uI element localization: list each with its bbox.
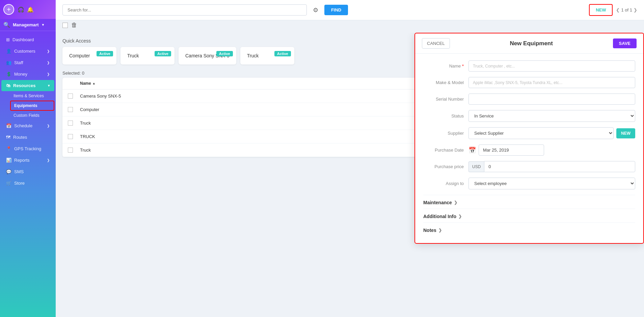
maintenance-label: Maintenance [423,200,452,205]
prev-page-arrow[interactable]: ❮ [616,7,620,12]
sidebar-item-label: Schedule [14,123,32,128]
dashboard-icon: ⊞ [6,37,10,42]
sidebar-item-label: Dashboard [12,37,34,42]
make-model-row: Make & Model [423,77,635,88]
sidebar-item-equipments[interactable]: Equipments [10,101,54,111]
panel-header: CANCEL New Equipment SAVE [415,33,643,54]
qa-badge-2: Active [216,51,233,56]
cancel-button[interactable]: CANCEL [422,38,450,49]
sidebar-item-schedule[interactable]: 📅 Schedule ❯ [1,120,54,131]
price-input[interactable] [484,161,635,172]
calendar-icon[interactable]: 📅 [468,147,476,154]
custom-fields-label: Custom Fields [14,113,39,118]
filter-button[interactable]: ⚙ [310,5,321,15]
delete-icon[interactable]: 🗑 [71,22,77,29]
items-services-label: Items & Services [14,94,44,98]
make-model-label: Make & Model [423,80,464,85]
additional-info-section[interactable]: Additional Info ❯ [423,209,635,222]
qa-badge-3: Active [274,51,291,56]
qa-card-1[interactable]: Truck Active [120,47,175,64]
content-area: Quick Access Computer Active Truck Activ… [56,33,644,317]
toolbar: ⚙ FIND NEW ❮ 1 of 1 ❯ [56,0,644,20]
panel-body: Name * Make & Model Serial Number [415,54,643,243]
sidebar-item-label: Resources [13,83,35,88]
notes-label: Notes [423,228,436,233]
supplier-new-button[interactable]: NEW [616,128,635,138]
resources-icon: 🛍 [6,83,10,88]
serial-number-input[interactable] [468,94,635,105]
purchase-date-row: Purchase Date 📅 [423,144,635,156]
qa-card-2[interactable]: Camera Sony SNX-5 Active [179,47,236,64]
sidebar-item-label: Store [14,181,25,186]
purchase-price-row: Purchase price USD [423,161,635,172]
staff-icon: 👥 [6,60,11,65]
qa-badge-0: Active [97,51,113,56]
purchase-date-input[interactable] [479,144,544,156]
sidebar-item-staff[interactable]: 👥 Staff ❯ [1,57,54,68]
sidebar-item-money[interactable]: 💲 Money ❯ [1,69,54,80]
supplier-label: Supplier [423,131,464,136]
sidebar-item-label: Routes [13,135,27,140]
row-checkbox-2[interactable] [68,121,73,126]
chevron-right-icon: ❯ [47,61,50,64]
supplier-row: Supplier Select Supplier NEW [423,127,635,139]
brand-name[interactable]: Managemart [13,22,39,27]
headset-icon[interactable]: 🎧 [18,6,24,13]
chevron-right-icon: ❯ [47,49,50,53]
new-button[interactable]: NEW [589,4,613,16]
assign-to-label: Assign to [423,181,464,186]
sidebar-item-dashboard[interactable]: ⊞ Dashboard [1,34,54,45]
sidebar-item-items-services[interactable]: Items & Services [10,91,54,100]
sidebar-item-store[interactable]: 🛒 Store [1,178,54,189]
sidebar-item-label: Customers [14,49,35,54]
additional-info-chevron: ❯ [458,214,462,219]
find-button[interactable]: FIND [324,5,348,15]
selected-count: Selected: 0 [62,71,84,76]
qa-card-3[interactable]: Truck Active [240,47,294,64]
sidebar-item-customers[interactable]: 👤 Customers ❯ [1,46,54,57]
status-select[interactable]: In Service Out of Service Maintenance [468,110,635,122]
save-button[interactable]: SAVE [613,38,637,48]
sidebar-item-label: GPS Tracking [14,146,41,151]
resources-submenu: Items & Services Equipments Custom Field… [0,91,56,120]
pagination: ❮ 1 of 1 ❯ [616,7,637,12]
name-input[interactable] [468,60,635,72]
row-checkbox-0[interactable] [68,94,73,99]
serial-number-row: Serial Number [423,94,635,105]
select-all-checkbox[interactable] [62,23,68,28]
assign-to-select[interactable]: Select employee [468,178,635,189]
search-icon: 🔍 [3,22,10,28]
bell-icon[interactable]: 🔔 [27,6,34,13]
sidebar-item-routes[interactable]: 🗺 Routes [1,132,54,143]
gps-icon: 📍 [6,146,11,151]
sidebar-item-resources[interactable]: 🛍 Resources ▾ [1,80,54,91]
brand-arrow[interactable]: ▼ [42,23,45,27]
date-row: 📅 [468,144,635,156]
sidebar-item-custom-fields[interactable]: Custom Fields [10,111,54,120]
qa-card-0[interactable]: Computer Active [62,47,116,64]
equipments-label: Equipments [14,103,37,108]
reports-icon: 📊 [6,158,11,163]
add-button[interactable]: + [3,4,14,15]
status-label: Status [423,113,464,118]
row-checkbox-4[interactable] [68,148,73,153]
notes-section[interactable]: Notes ❯ [423,222,635,236]
search-input[interactable] [62,4,307,16]
row-checkbox-1[interactable] [68,107,73,112]
sort-icon: ▲ [92,82,96,85]
sidebar-item-gps[interactable]: 📍 GPS Tracking [1,143,54,154]
sidebar-item-sms[interactable]: 💬 SMS [1,166,54,177]
make-model-input[interactable] [468,77,635,88]
row-checkbox-3[interactable] [68,134,73,139]
currency-badge: USD [468,161,484,172]
routes-icon: 🗺 [6,135,10,140]
supplier-select[interactable]: Select Supplier [468,127,614,139]
additional-info-label: Additional Info [423,214,456,219]
sidebar-item-reports[interactable]: 📊 Reports ❯ [1,155,54,166]
qa-badge-1: Active [155,51,171,56]
sidebar-icons: 🎧 🔔 [18,6,34,13]
next-page-arrow[interactable]: ❯ [634,7,637,12]
schedule-icon: 📅 [6,123,11,128]
maintenance-section[interactable]: Maintenance ❯ [423,195,635,209]
name-col-label: Name [80,81,91,86]
